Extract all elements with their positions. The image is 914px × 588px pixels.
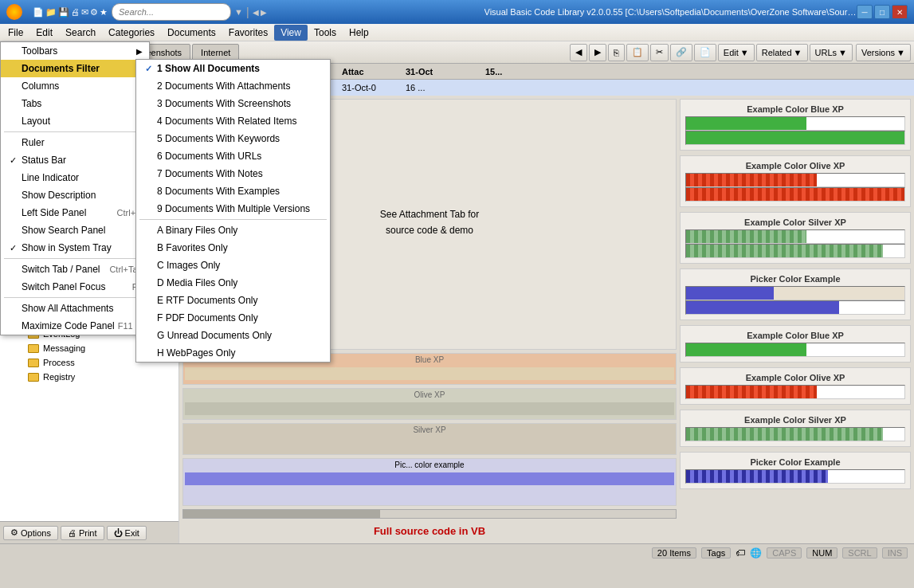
filter-binary-only[interactable]: A Binary Files Only <box>136 221 330 239</box>
window-controls: ─ □ ✕ <box>857 5 908 19</box>
menu-view-show-description[interactable]: Show Description <box>1 186 149 204</box>
search-area: ▼ | ◀ ▶ <box>112 3 484 21</box>
filter-unread-only[interactable]: G Unread Documents Only <box>136 327 330 344</box>
filter-with-attachments[interactable]: 2 Documents With Attachments <box>136 77 330 95</box>
menu-view-toolbars[interactable]: Toolbars ▶ <box>1 42 149 60</box>
filter-with-urls[interactable]: 6 Documents With URLs <box>136 147 330 165</box>
menu-view-system-tray[interactable]: ✓ Show in System Tray <box>1 239 149 257</box>
filter-with-keywords[interactable]: 5 Documents With Keywords <box>136 130 330 147</box>
menu-view[interactable]: View <box>274 25 308 41</box>
menu-view-tabs[interactable]: Tabs ▶ <box>1 95 149 112</box>
filter-media-only[interactable]: D Media Files Only <box>136 274 330 292</box>
documents-filter-menu: ✓ 1 Show All Documents 2 Documents With … <box>135 59 331 363</box>
filter-favorites-only[interactable]: B Favorites Only <box>136 239 330 257</box>
menu-file[interactable]: File <box>2 25 29 41</box>
filter-with-examples[interactable]: 8 Documents With Examples <box>136 182 330 200</box>
filter-rtf-only[interactable]: E RTF Documents Only <box>136 292 330 309</box>
filter-multiple-versions[interactable]: 9 Documents With Multiple Versions <box>136 200 330 218</box>
menu-search[interactable]: Search <box>59 25 102 41</box>
menu-view-maximize-code[interactable]: Maximize Code Panel F11 ▶ <box>1 317 149 335</box>
menu-edit[interactable]: Edit <box>29 25 59 41</box>
menu-view-statusbar[interactable]: ✓ Status Bar <box>1 151 149 169</box>
titlebar: 📄 📁 💾 🖨 ✉ ⚙ ★ ▼ | ◀ ▶ Visual Basic Code … <box>0 0 914 24</box>
filter-with-screenshots[interactable]: 3 Documents With Screenshots <box>136 95 330 112</box>
menu-view-switch-focus[interactable]: Switch Panel Focus F6 <box>1 278 149 296</box>
menu-view-columns[interactable]: Columns ▶ <box>1 77 149 95</box>
titlebar-toolbtns[interactable]: 📄 📁 💾 🖨 ✉ ⚙ ★ <box>29 2 112 22</box>
menu-categories[interactable]: Categories <box>102 25 161 41</box>
menu-documents[interactable]: Documents <box>161 25 222 41</box>
menu-view-line-indicator[interactable]: Line Indicator <box>1 169 149 186</box>
menu-view-left-panel[interactable]: Left Side Panel Ctrl+Q <box>1 204 149 221</box>
menu-favorites[interactable]: Favorites <box>222 25 274 41</box>
filter-show-all[interactable]: ✓ 1 Show All Documents <box>136 60 330 77</box>
search-input[interactable] <box>112 3 231 21</box>
menu-help[interactable]: Help <box>343 25 375 41</box>
filter-with-related[interactable]: 4 Documents With Related Items <box>136 112 330 130</box>
menu-overlay[interactable]: Toolbars ▶ Documents Filter ▶ Columns ▶ … <box>0 41 914 570</box>
menu-view-search-panel[interactable]: Show Search Panel <box>1 221 149 239</box>
filter-images-only[interactable]: C Images Only <box>136 257 330 274</box>
menu-view-ruler[interactable]: Ruler <box>1 134 149 151</box>
menu-tools[interactable]: Tools <box>308 25 343 41</box>
minimize-button[interactable]: ─ <box>857 5 873 19</box>
app-icon <box>6 4 22 20</box>
filter-pdf-only[interactable]: F PDF Documents Only <box>136 309 330 327</box>
menu-view-all-attachments[interactable]: Show All Attachments <box>1 300 149 317</box>
view-menu: Toolbars ▶ Documents Filter ▶ Columns ▶ … <box>0 41 150 335</box>
menu-view-switch-tab[interactable]: Switch Tab / Panel Ctrl+Tab <box>1 261 149 278</box>
window-title: Visual Basic Code Library v2.0.0.55 [C:\… <box>484 7 857 17</box>
menu-view-docs-filter[interactable]: Documents Filter ▶ <box>1 60 149 77</box>
maximize-button[interactable]: □ <box>874 5 890 19</box>
filter-with-notes[interactable]: 7 Documents With Notes <box>136 165 330 182</box>
menubar: File Edit Search Categories Documents Fa… <box>0 24 914 41</box>
close-button[interactable]: ✕ <box>892 5 908 19</box>
menu-view-layout[interactable]: Layout ▶ <box>1 112 149 130</box>
filter-webpages-only[interactable]: H WebPages Only <box>136 344 330 362</box>
